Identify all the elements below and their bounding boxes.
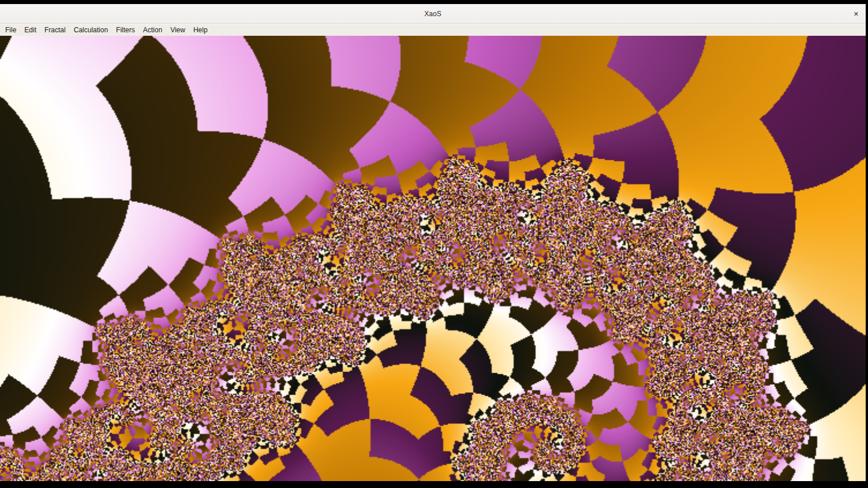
menu-item-filters[interactable]: Filters: [112, 25, 139, 35]
menu-bar: FileEditFractalCalculationFiltersActionV…: [0, 24, 866, 36]
title-bar[interactable]: XaoS ✕: [0, 4, 866, 24]
xaos-window: XaoS ✕ FileEditFractalCalculationFilters…: [0, 4, 866, 481]
menu-item-help[interactable]: Help: [189, 25, 212, 35]
window-title: XaoS: [424, 10, 441, 18]
close-icon[interactable]: ✕: [852, 9, 860, 18]
menu-item-action[interactable]: Action: [139, 25, 166, 35]
menu-item-file[interactable]: File: [1, 25, 20, 35]
desktop: { "window": { "title": "XaoS", "close_la…: [0, 0, 868, 488]
fractal-canvas[interactable]: [0, 36, 866, 481]
menu-item-fractal[interactable]: Fractal: [40, 25, 70, 35]
menu-item-view[interactable]: View: [166, 25, 189, 35]
fractal-view: [0, 36, 866, 481]
menu-item-calculation[interactable]: Calculation: [70, 25, 112, 35]
menu-item-edit[interactable]: Edit: [20, 25, 40, 35]
